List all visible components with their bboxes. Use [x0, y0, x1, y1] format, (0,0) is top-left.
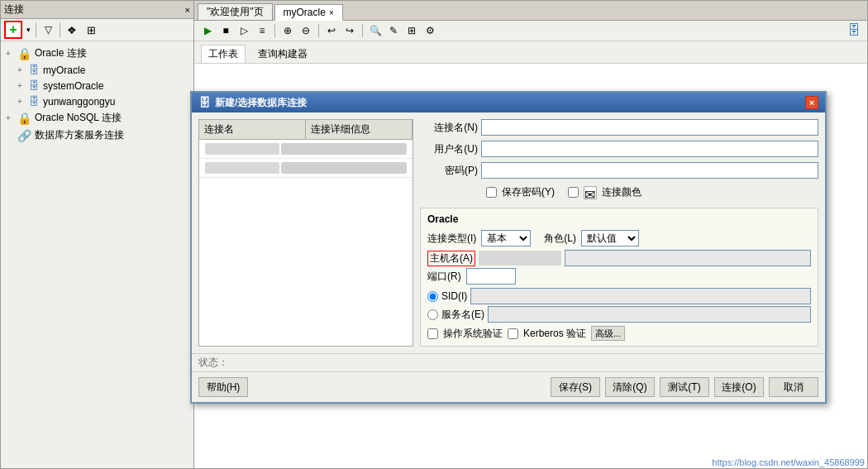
run-button[interactable]: ▶ [199, 23, 216, 38]
clear-button[interactable]: 清除(Q) [605, 377, 655, 397]
toolbar-separator-2 [60, 22, 60, 37]
connection-list: 连接名 连接详细信息 [198, 119, 413, 347]
save-button[interactable]: 保存(S) [551, 377, 600, 397]
db-icon-right[interactable]: 🗄 [846, 23, 862, 38]
db-icon: 🔒 [17, 47, 31, 60]
db-icon: 🗄 [29, 95, 40, 108]
dialog-close-button[interactable]: × [805, 96, 818, 109]
add-connection-button[interactable]: + [4, 21, 22, 39]
new-connection-dialog: 🗄 新建/选择数据库连接 × 连接名 连接详细信息 [190, 91, 827, 404]
footer-btn-group: 保存(S) 清除(Q) 测试(T) 连接(O) 取消 [551, 377, 818, 397]
advanced-row: 操作系统验证 Kerberos 验证 高级... [427, 326, 811, 341]
connection-name-input[interactable] [481, 119, 818, 136]
service-name-input[interactable] [488, 306, 811, 323]
os-auth-checkbox[interactable] [427, 328, 438, 339]
tab-myoracle[interactable]: myOracle × [274, 4, 343, 21]
tab-label: myOracle [284, 7, 326, 18]
nav-db-service[interactable]: 🔗 数据库方案服务连接 [1, 127, 193, 144]
expander-icon: + [17, 97, 26, 106]
test-button[interactable]: 测试(T) [660, 377, 709, 397]
nav-oracle-connections[interactable]: + 🔒 Oracle 连接 [1, 45, 193, 62]
icon1-button[interactable]: ❖ [63, 21, 81, 39]
host-input[interactable] [565, 250, 811, 266]
username-label: 用户名(U) [420, 142, 478, 156]
save-password-checkbox[interactable] [486, 187, 497, 198]
tab-bar: "欢迎使用"页 myOracle × [194, 1, 867, 21]
toolbar-btn-5[interactable]: ⊖ [298, 23, 314, 38]
connect-button[interactable]: 连接(O) [714, 377, 764, 397]
tab-query-builder[interactable]: 查询构建器 [250, 45, 315, 63]
tab-worksheet[interactable]: 工作表 [201, 45, 246, 63]
role-select[interactable]: 默认值 [581, 230, 639, 246]
kerberos-label: Kerberos 验证 [523, 327, 586, 341]
nav-yunwanggongyu[interactable]: + 🗄 yunwanggongyu [1, 93, 193, 109]
toolbar-sep [274, 24, 275, 37]
list-cell-name-2 [205, 162, 279, 174]
connection-name-label: 连接名(N) [420, 121, 478, 135]
username-row: 用户名(U) [420, 141, 818, 157]
nav-oracle-nosql[interactable]: + 🔒 Oracle NoSQL 连接 [1, 109, 193, 127]
connection-form: 连接名(N) 用户名(U) 密码(P) 保存密码(Y) ✉ [420, 119, 818, 347]
toolbar-btn-11[interactable]: ⚙ [422, 23, 438, 38]
nav-item-label: 数据库方案服务连接 [35, 128, 124, 142]
connection-color-checkbox[interactable] [568, 187, 579, 198]
connection-type-select[interactable]: 基本 [481, 230, 531, 246]
sid-input[interactable] [470, 288, 811, 304]
db-nosql-icon: 🔒 [17, 112, 31, 125]
cancel-button[interactable]: 取消 [769, 377, 818, 397]
nav-item-label: Oracle NoSQL 连接 [35, 111, 122, 125]
db-service-icon: 🔗 [17, 129, 31, 142]
list-header-details: 连接详细信息 [306, 120, 413, 139]
query-builder-tab-label: 查询构建器 [258, 48, 308, 60]
left-nav: + 🔒 Oracle 连接 + 🗄 myOracle + 🗄 systemOra… [1, 41, 193, 468]
toolbar-btn-10[interactable]: ⊞ [403, 23, 420, 38]
list-row-1[interactable] [199, 140, 413, 159]
toolbar-btn-6[interactable]: ↩ [323, 23, 340, 38]
help-button[interactable]: 帮助(H) [198, 377, 248, 397]
sid-label: SID(I) [441, 290, 467, 302]
toolbar-btn-7[interactable]: ↪ [341, 23, 358, 38]
sid-row: SID(I) [427, 288, 811, 304]
host-label: 主机名(A) [427, 251, 475, 266]
sid-radio[interactable] [427, 291, 438, 302]
toolbar-btn-8[interactable]: 🔍 [367, 23, 384, 38]
oracle-section: Oracle 连接类型(I) 基本 角色(L) 默认值 主机名(A) [420, 208, 818, 347]
filter-button[interactable]: ▽ [39, 21, 57, 39]
watermark: https://blog.csdn.net/waxin_45868999 [712, 457, 865, 467]
toolbar-btn-3[interactable]: ≡ [254, 23, 270, 38]
list-header: 连接名 连接详细信息 [199, 120, 413, 140]
stop-button[interactable]: ■ [217, 23, 234, 38]
left-panel-title-label: 连接 [4, 2, 24, 17]
tab-welcome[interactable]: "欢迎使用"页 [198, 3, 273, 20]
connection-name-row: 连接名(N) [420, 119, 818, 136]
nav-item-label: systemOracle [43, 80, 103, 92]
username-input[interactable] [481, 141, 818, 157]
toolbar-btn-9[interactable]: ✎ [385, 23, 402, 38]
icon2-button[interactable]: ⊞ [82, 21, 100, 39]
host-blurred [479, 251, 561, 266]
advanced-button[interactable]: 高级... [591, 326, 625, 341]
expander-icon: + [17, 65, 26, 74]
connection-type-row: 连接类型(I) 基本 角色(L) 默认值 [427, 230, 811, 246]
expander-icon: + [6, 49, 14, 58]
port-row: 端口(R) [427, 268, 811, 285]
save-password-row: 保存密码(Y) ✉ 连接颜色 [420, 185, 818, 199]
nav-myoracle[interactable]: + 🗄 myOracle [1, 62, 193, 78]
list-cell-detail-2 [281, 162, 407, 174]
service-name-radio[interactable] [427, 309, 438, 320]
run-script-button[interactable]: ▷ [236, 23, 252, 38]
nav-systemoracle[interactable]: + 🗄 systemOracle [1, 78, 193, 93]
port-input[interactable] [466, 268, 516, 285]
add-dropdown-button[interactable]: ▾ [23, 21, 33, 39]
tab-close-icon[interactable]: × [329, 8, 334, 17]
color-swatch[interactable]: ✉ [584, 186, 597, 199]
kerberos-checkbox[interactable] [508, 328, 518, 339]
password-input[interactable] [481, 162, 818, 179]
list-row-2[interactable] [199, 159, 413, 178]
left-panel-close[interactable]: × [185, 5, 190, 15]
worksheet-tab-label: 工作表 [208, 48, 238, 60]
password-row: 密码(P) [420, 162, 818, 179]
port-label: 端口(R) [427, 270, 461, 284]
left-toolbar: + ▾ ▽ ❖ ⊞ [1, 19, 193, 41]
toolbar-btn-4[interactable]: ⊕ [279, 23, 296, 38]
